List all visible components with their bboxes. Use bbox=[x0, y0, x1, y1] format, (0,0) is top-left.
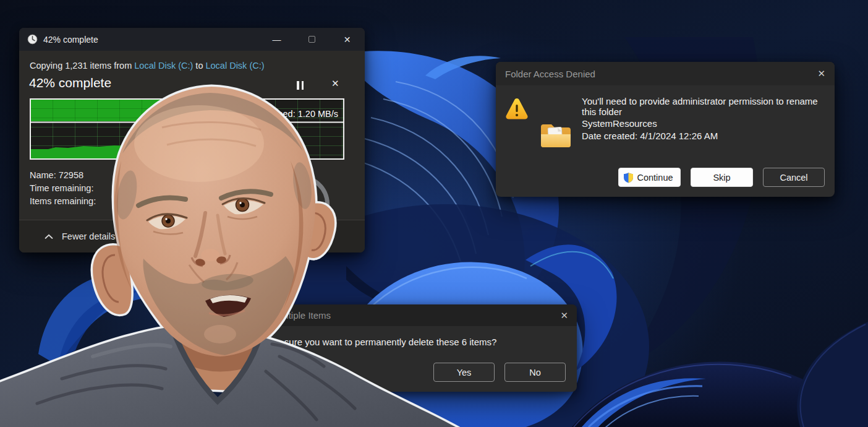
speed-label: Speed: 1.20 MB/s bbox=[267, 109, 338, 119]
minimize-button[interactable]: — bbox=[259, 28, 294, 51]
fad-close-icon[interactable]: ✕ bbox=[817, 68, 825, 79]
skip-button[interactable]: Skip bbox=[691, 168, 753, 187]
delete-message: Are you sure you want to permanently del… bbox=[250, 337, 496, 347]
file-name-line: Name: 72958 bbox=[30, 170, 83, 180]
yes-button[interactable]: Yes bbox=[433, 363, 495, 382]
copy-dialog-title: 42% complete bbox=[43, 35, 98, 45]
no-button[interactable]: No bbox=[504, 363, 566, 382]
desktop: 42% complete — ✕ Copying 1,231 items fro… bbox=[0, 0, 868, 427]
progress-heading: 42% complete bbox=[29, 75, 111, 90]
fad-message: You'll need to provide administrator per… bbox=[582, 96, 829, 117]
maximize-button[interactable] bbox=[294, 28, 330, 51]
folder-icon bbox=[540, 121, 572, 150]
cancel-button[interactable]: Cancel bbox=[763, 168, 825, 187]
cancel-copy-button[interactable]: ✕ bbox=[331, 78, 339, 89]
fad-titlebar[interactable]: Folder Access Denied ✕ bbox=[496, 62, 835, 85]
copy-progress-dialog: 42% complete — ✕ Copying 1,231 items fro… bbox=[19, 28, 365, 252]
fewer-details-label: Fewer details bbox=[62, 231, 115, 241]
time-remaining-line: Time remaining: bbox=[30, 183, 93, 193]
fad-folder-name: SystemResources bbox=[582, 118, 657, 129]
delete-dialog-titlebar[interactable]: Delete Multiple Items ✕ bbox=[234, 304, 577, 326]
destination-disk-link[interactable]: Local Disk (C:) bbox=[205, 61, 264, 71]
chevron-up-icon bbox=[45, 234, 53, 239]
uac-shield-icon bbox=[623, 172, 634, 183]
warning-icon bbox=[505, 97, 529, 121]
maximize-icon bbox=[308, 36, 315, 43]
fad-title: Folder Access Denied bbox=[505, 69, 595, 79]
items-remaining-line: Items remaining: bbox=[30, 196, 96, 206]
fewer-details-toggle[interactable]: Fewer details bbox=[19, 220, 365, 252]
continue-button[interactable]: Continue bbox=[618, 168, 681, 187]
transfer-graph: Speed: 1.20 MB/s bbox=[30, 98, 344, 160]
delete-dialog-title: Delete Multiple Items bbox=[244, 310, 331, 321]
folder-access-denied-dialog: Folder Access Denied ✕ You'll need to pr… bbox=[496, 62, 835, 197]
close-button[interactable]: ✕ bbox=[330, 28, 365, 51]
fad-date-created: Date created: 4/1/2024 12:26 AM bbox=[582, 131, 718, 141]
clock-icon bbox=[27, 34, 38, 45]
pause-button[interactable] bbox=[297, 81, 304, 90]
copy-dialog-titlebar[interactable]: 42% complete — ✕ bbox=[19, 28, 365, 51]
delete-close-icon[interactable]: ✕ bbox=[560, 310, 568, 321]
delete-items-dialog: Delete Multiple Items ✕ Are you sure you… bbox=[234, 304, 577, 392]
copy-status-line: Copying 1,231 items from Local Disk (C:)… bbox=[30, 61, 265, 71]
source-disk-link[interactable]: Local Disk (C:) bbox=[134, 61, 193, 71]
